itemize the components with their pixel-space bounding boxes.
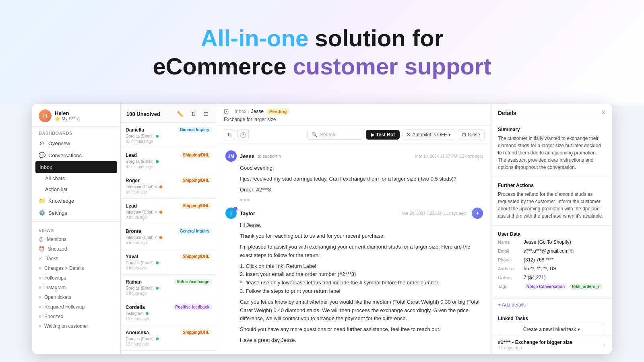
required-followup-label: Required Followup (44, 304, 85, 310)
inbox-label: Inbox (39, 164, 52, 170)
user-data-section: User Data Name Jesse (Go To Shopify) Ema… (491, 226, 612, 299)
expand-icon[interactable]: ⊡ (224, 108, 229, 115)
sidebar-item-required-followup[interactable]: Required Followup (32, 302, 120, 312)
name-row: Name Jesse (Go To Shopify) (498, 239, 605, 245)
sidebar-item-snoozed2[interactable]: Snoozed (32, 312, 120, 321)
autopilot-x-icon: ✕ (407, 132, 411, 138)
sort-icon-btn[interactable]: ⇅ (188, 109, 198, 119)
chat-toolbar: ↻ 🕐 🔍 Search ▶ Test Bot ✕ Autopilot is O… (217, 126, 491, 144)
details-close-button[interactable]: × (602, 109, 605, 117)
sidebar-item-knowledge[interactable]: 📁 Knowledge (32, 195, 120, 207)
list-item[interactable]: Roger Shipping/DHL Intercom (Chat) × an … (121, 173, 217, 199)
sidebar-item-overview[interactable]: ⊙ Overview (32, 137, 120, 149)
jesse-message-body: Good evening, I just received my stud ea… (225, 164, 483, 196)
linked-tasks-title: Linked Tasks (498, 316, 528, 321)
search-box[interactable]: 🔍 Search (307, 130, 363, 140)
hero-section: All-in-one solution for eCommerce custom… (0, 0, 644, 105)
user-status: 🌟 My S** ◇ (55, 116, 114, 121)
details-header: Details × (491, 104, 612, 121)
settings-icon: ⚙️ (39, 210, 45, 216)
sidebar-item-waiting-on-customer[interactable]: Waiting on customer (32, 321, 120, 331)
summary-section: Summary The customer initially wanted to… (491, 121, 612, 177)
user-orders-value: 7 ($4,271) (524, 275, 605, 280)
list-item[interactable]: Raihan Return/exchange Gorgias (Email) 6… (121, 275, 217, 300)
jesse-to: to support ∨ (258, 154, 282, 159)
further-actions-section: Further Actions Process the refund for t… (491, 177, 612, 226)
conv-list-header: 108 Unsolved ✏️ ⇅ ☰ (121, 104, 217, 123)
snoozed-icon: ⏰ (39, 246, 45, 252)
phone-row: Phone (312) 768-**** (498, 257, 605, 263)
sidebar-item-changes-details[interactable]: Changes > Details (32, 263, 120, 273)
edit-icon-btn[interactable]: ✏️ (175, 109, 186, 119)
copy-icon[interactable]: ⧉ (570, 248, 574, 254)
snoozed2-label: Snoozed (44, 314, 63, 319)
search-placeholder: Search (320, 132, 335, 138)
autopilot-button[interactable]: ✕ Autopilot is OFF ▾ (402, 130, 455, 140)
list-item[interactable]: Cordelia Positive feedback Instagram 16 … (121, 300, 217, 325)
sidebar-item-conversations[interactable]: 💬 Conversations (32, 149, 120, 161)
knowledge-label: Knowledge (48, 198, 74, 204)
add-details-link[interactable]: + Add details (491, 299, 612, 311)
email-row: Email a***.a***@gmail.com ⧉ (498, 248, 605, 254)
breadcrumb-name: Jesse (251, 109, 264, 114)
chevron-down-icon: ▾ (448, 132, 451, 138)
close-label: Close (468, 132, 480, 138)
history-icon-btn[interactable]: 🕐 (237, 129, 249, 140)
play-icon: ▶ (371, 132, 374, 138)
conv-items-container: Daniella General Inquiry Gorgias (Email)… (121, 123, 217, 354)
mentions-icon: @ (39, 237, 43, 242)
list-item[interactable]: Yuval Shipping/DHL Gorgias (Email) 6 hou… (121, 249, 217, 275)
message-header-jesse: JM Jesse to support ∨ Mar 19, 2024 11:57… (225, 150, 483, 162)
waiting-label: Waiting on customer (44, 323, 88, 329)
message-block-jesse: JM Jesse to support ∨ Mar 19, 2024 11:57… (225, 150, 483, 201)
sidebar-item-followups[interactable]: Followups (32, 273, 120, 283)
open-tickets-label: Open tickets (44, 294, 71, 300)
conversation-list: 108 Unsolved ✏️ ⇅ ☰ Daniella General Inq… (121, 104, 217, 354)
hero-line1: All-in-one solution for (201, 24, 443, 52)
user-tags-value: Notch Conversation total_orders_7 (524, 284, 605, 290)
details-title: Details (498, 110, 516, 116)
jesse-time: Mar 19, 2024 11:57 PM (12 days ago) (415, 154, 483, 158)
taylor-message-body: Hi Jesse, Thank you for reaching out to … (225, 221, 483, 347)
snoozed2-dot (39, 315, 41, 318)
user-profile[interactable]: H Helen 🌟 My S** ◇ (32, 104, 120, 127)
list-item[interactable]: Anoushka Shipping/DHL Gorgias (Email) 19… (121, 325, 217, 351)
sidebar-item-inbox[interactable]: Inbox (35, 161, 117, 173)
sidebar-item-action-list[interactable]: Action list (32, 184, 120, 195)
sidebar-item-mentions[interactable]: @ Mentions (32, 234, 120, 244)
taylor-badge (233, 207, 237, 211)
message-block-taylor: T Taylor Mar 20, 2024 7:23 AM (11 days a… (225, 208, 483, 347)
conversations-icon: 💬 (39, 152, 45, 158)
ai-indicator: ✦ (472, 208, 483, 219)
sidebar-item-instagram[interactable]: Instagram (32, 283, 120, 292)
list-item[interactable]: Bronte General Inquiry Intercom (Chat) ×… (121, 224, 217, 249)
linked-tasks-header: Linked Tasks (491, 311, 612, 324)
list-item[interactable]: Lead Shipping/DHL Intercom (Chat) × 3 ho… (121, 199, 217, 224)
autopilot-label: Autopilot is OFF (412, 132, 447, 138)
settings-label: Settings (48, 210, 67, 216)
task-item[interactable]: #1**** - Exchange for bigger size 11 day… (491, 335, 612, 354)
user-name-value: Jesse (Go To Shopify) (524, 239, 605, 245)
snoozed-label: Snoozed (48, 246, 67, 252)
test-bot-label: Test Bot (376, 132, 395, 138)
close-button[interactable]: ⊡ Close (458, 130, 485, 140)
dashboards-label: Dashboards (32, 127, 120, 137)
further-actions-title: Further Actions (498, 183, 605, 188)
list-item[interactable]: Mollie Return/exchange (121, 351, 217, 354)
create-linked-task-button[interactable]: Create a new linked task ▾ (498, 324, 605, 335)
views-label: Views (32, 224, 120, 234)
filter-icon-btn[interactable]: ☰ (201, 109, 211, 119)
list-item[interactable]: Lead Shipping/DHL Gorgias (Email) 37 min… (121, 148, 217, 173)
sidebar-item-snoozed[interactable]: ⏰ Snoozed (32, 244, 120, 254)
sidebar-item-all-chats[interactable]: All chats (32, 173, 120, 184)
sidebar-item-settings[interactable]: ⚙️ Settings (32, 207, 120, 219)
instagram-dot (39, 286, 41, 289)
sidebar-item-tasks[interactable]: ✓ Tasks (32, 254, 120, 263)
sidebar-item-open-tickets[interactable]: Open tickets (32, 292, 120, 302)
open-tickets-dot (39, 296, 41, 298)
test-bot-button[interactable]: ▶ Test Bot (366, 130, 400, 140)
refresh-icon-btn[interactable]: ↻ (224, 129, 235, 140)
sidebar: H Helen 🌟 My S** ◇ Dashboards ⊙ Overview… (32, 104, 121, 354)
details-panel: Details × Summary The customer initially… (491, 104, 612, 354)
list-item[interactable]: Daniella General Inquiry Gorgias (Email)… (121, 123, 217, 148)
